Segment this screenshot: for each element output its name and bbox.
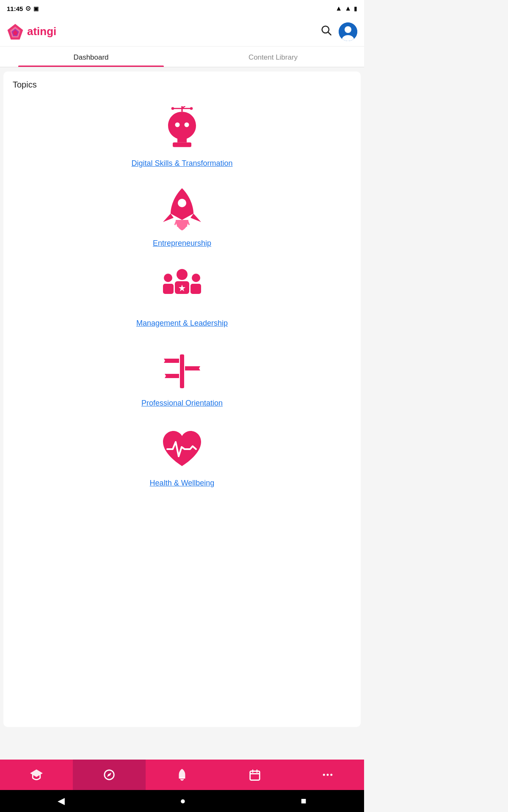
svg-rect-29 [190,284,201,294]
svg-marker-33 [107,773,111,777]
nav-calendar[interactable] [218,760,291,790]
health-wellbeing-icon [157,424,207,475]
header-actions [320,22,357,41]
svg-point-16 [175,123,180,127]
svg-line-5 [328,32,331,35]
svg-point-39 [323,774,325,776]
svg-rect-18 [173,143,191,147]
svg-rect-35 [250,771,260,780]
svg-point-7 [345,26,351,33]
topic-professional-orientation-label: Professional Orientation [141,399,223,408]
topic-health-wellbeing-label: Health & Wellbeing [150,479,215,488]
svg-line-20 [175,221,177,225]
nav-learn[interactable] [0,760,73,790]
wifi-icon: ▲ [335,5,342,12]
svg-point-40 [327,774,329,776]
svg-point-24 [177,269,188,280]
recents-button[interactable]: ■ [301,796,306,807]
topic-health-wellbeing[interactable]: Health & Wellbeing [10,418,354,494]
management-leadership-icon [157,264,207,315]
digital-skills-icon [157,104,207,155]
svg-rect-31 [180,354,184,388]
status-right: ▲ ▲ ▮ [335,5,357,12]
app-header: atingi [0,17,364,47]
logo-diamond-icon [7,23,24,40]
sim-icon: ▣ [33,5,39,12]
android-nav-bar: ◀ ● ■ [0,790,364,812]
topic-entrepreneurship[interactable]: Entrepreneurship [10,178,354,254]
topics-heading: Topics [13,80,354,90]
svg-point-26 [164,274,172,282]
battery-icon: ▮ [354,5,357,12]
topic-entrepreneurship-label: Entrepreneurship [153,239,211,248]
topic-digital-skills-label: Digital Skills & Transformation [131,159,232,168]
svg-point-19 [178,199,186,207]
topic-professional-orientation[interactable]: Professional Orientation [10,338,354,414]
svg-line-23 [188,221,189,225]
status-left: 11:45 ⊙ ▣ [7,5,39,12]
svg-rect-27 [163,284,174,294]
logo-area: atingi [7,23,56,40]
logo-text: atingi [27,25,56,38]
svg-point-28 [192,274,200,282]
time-display: 11:45 [7,5,23,12]
signal-icon: ▲ [345,5,351,12]
search-button[interactable] [320,24,332,39]
home-button[interactable]: ● [180,796,185,807]
nav-notifications[interactable] [146,760,218,790]
tab-content-library[interactable]: Content Library [182,47,364,67]
svg-point-41 [330,774,332,776]
back-button[interactable]: ◀ [58,796,65,807]
svg-point-14 [190,107,193,110]
svg-point-13 [171,107,174,110]
status-bar: 11:45 ⊙ ▣ ▲ ▲ ▮ [0,0,364,17]
entrepreneurship-icon [157,184,207,235]
tab-bar: Dashboard Content Library [0,47,364,67]
nav-explore[interactable] [73,760,146,790]
content-area: Topics Digital Skills & Transf [3,71,361,727]
svg-point-17 [185,123,189,127]
user-avatar[interactable] [339,22,357,41]
bottom-nav [0,760,364,790]
topic-digital-skills[interactable]: Digital Skills & Transformation [10,98,354,174]
topic-management-leadership-label: Management & Leadership [136,319,228,328]
tab-dashboard[interactable]: Dashboard [0,47,182,67]
topic-management-leadership[interactable]: Management & Leadership [10,258,354,334]
circle-status-icon: ⊙ [25,5,31,12]
professional-orientation-icon [157,344,207,395]
nav-more[interactable] [291,760,364,790]
